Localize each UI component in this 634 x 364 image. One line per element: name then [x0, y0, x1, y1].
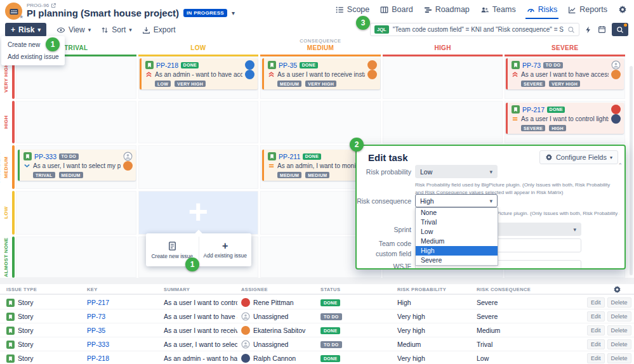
risk-probability-cell: High: [397, 296, 467, 309]
lightning-icon[interactable]: [584, 25, 592, 34]
matrix-cell[interactable]: [16, 237, 136, 278]
plus-icon: +: [222, 242, 228, 250]
risk-card-pp-35[interactable]: PP-35 DONE As a user I want to receive i…: [262, 58, 380, 89]
probability-badge: MEDIUM: [305, 172, 329, 178]
eye-icon: [56, 26, 65, 34]
nav-scope[interactable]: Scope: [336, 5, 369, 14]
jql-search-input[interactable]: [393, 26, 564, 33]
issue-key-link[interactable]: PP-211: [279, 153, 300, 160]
unassigned-avatar-icon: [241, 340, 250, 349]
matrix-cell[interactable]: [383, 56, 503, 99]
risk-card-pp-73[interactable]: PP-73 TO DO As a user I want to have acc…: [506, 58, 624, 89]
card-summary: As a user I want to control lights from …: [521, 115, 609, 122]
table-row[interactable]: Story PP-35 As a user I want to receive …: [0, 323, 634, 337]
option-medium[interactable]: Medium: [416, 237, 498, 246]
add-issue-plus-icon: +: [188, 198, 209, 225]
delete-button[interactable]: Delete: [607, 311, 631, 322]
run-search-button[interactable]: [612, 23, 628, 36]
favorite-star-icon[interactable]: ★: [19, 14, 23, 20]
configure-fields-label: Configure Fields: [556, 153, 607, 161]
menu-item-add-existing[interactable]: Add existing issue: [1, 51, 65, 63]
status-badge: DONE: [320, 299, 340, 306]
matrix-cell[interactable]: [16, 101, 136, 143]
scroll-up-caret-icon[interactable]: ⌃: [617, 162, 623, 169]
edit-button[interactable]: Edit: [587, 311, 605, 322]
sort-button[interactable]: Sort ▾: [101, 25, 132, 34]
nav-teams[interactable]: Teams: [480, 5, 516, 14]
unassigned-avatar-icon: [611, 60, 621, 70]
issue-type: Story: [18, 327, 34, 334]
add-risk-button[interactable]: + Risk ▾: [5, 23, 46, 37]
option-severe[interactable]: Severe: [416, 256, 498, 265]
matrix-cell[interactable]: [16, 191, 136, 235]
edit-button[interactable]: Edit: [587, 353, 605, 363]
unassigned-avatar-icon: [123, 152, 133, 161]
risk-consequence-select[interactable]: High ▾: [415, 194, 498, 207]
delete-button[interactable]: Delete: [607, 297, 631, 308]
chevron-down-icon[interactable]: ▾: [232, 10, 235, 16]
delete-button[interactable]: Delete: [607, 325, 631, 335]
nav-board[interactable]: Board: [380, 5, 413, 14]
issue-key-link[interactable]: PP-35: [279, 62, 297, 69]
risk-card-pp-333[interactable]: PP-333 TO DO As a user, I want to select…: [18, 150, 136, 181]
risk-card-pp-218[interactable]: PP-218 DONE As an admin - want to have a…: [140, 58, 258, 89]
issue-key-link[interactable]: PP-218: [156, 62, 178, 69]
issue-type: Story: [18, 354, 34, 362]
delete-button[interactable]: Delete: [607, 353, 631, 363]
status-badge: DONE: [320, 355, 340, 362]
matrix-cell-hovered[interactable]: +: [138, 191, 259, 235]
table-settings-gear-icon[interactable]: [613, 285, 621, 294]
issue-key-link[interactable]: PP-333: [34, 153, 56, 160]
edit-button[interactable]: Edit: [587, 297, 605, 308]
edit-button[interactable]: Edit: [587, 339, 605, 349]
issue-key-link[interactable]: PP-218: [87, 351, 147, 364]
avatar: [611, 114, 621, 124]
issue-key-link[interactable]: PP-217: [87, 296, 147, 309]
calendar-icon[interactable]: [598, 25, 606, 34]
jql-search-bar[interactable]: JQL: [370, 23, 579, 36]
export-button[interactable]: Export: [142, 25, 176, 34]
settings-gear-button[interactable]: [618, 5, 627, 14]
col-summary: SUMMARY: [164, 287, 190, 292]
issue-key-link[interactable]: PP-217: [522, 106, 545, 114]
consequence-axis-label: CONSEQUENCE: [16, 38, 625, 44]
table-row[interactable]: Story PP-73 As a user I want to have acc…: [0, 309, 634, 323]
view-button[interactable]: View ▾: [56, 25, 91, 34]
option-trival[interactable]: Trival: [416, 218, 498, 227]
risk-probability-select[interactable]: Low ▾: [415, 165, 498, 178]
edit-button[interactable]: Edit: [587, 325, 605, 335]
scrollbar[interactable]: [630, 66, 633, 275]
nav-reports[interactable]: Reports: [568, 5, 607, 14]
issue-key-link[interactable]: PP-35: [87, 323, 147, 337]
plus-icon: +: [11, 25, 15, 34]
configure-fields-button[interactable]: Configure Fields ▾: [539, 150, 618, 164]
risk-consequence-cell: Severe: [477, 296, 546, 309]
matrix-cell[interactable]: [138, 101, 259, 143]
table-row[interactable]: Story PP-217 As a user I want to control…: [0, 296, 634, 309]
matrix-cell[interactable]: [383, 101, 503, 143]
issue-type: Story: [18, 299, 34, 306]
add-existing-issue-button[interactable]: + Add existing issue: [199, 233, 252, 266]
search-icon: [616, 26, 624, 34]
nav-risks[interactable]: Risks: [527, 5, 558, 14]
issue-key-link[interactable]: PP-333: [87, 337, 147, 351]
top-nav: Scope Board Roadmap Teams Risks Reports: [336, 5, 627, 14]
matrix-cell[interactable]: [138, 145, 259, 189]
nav-roadmap[interactable]: Roadmap: [424, 5, 470, 14]
option-high-selected[interactable]: High: [416, 246, 498, 256]
risk-card-pp-217[interactable]: PP-217 DONE As a user I want to control …: [506, 103, 624, 134]
story-icon: [6, 299, 15, 307]
row-bar-medium: [12, 145, 15, 189]
option-low[interactable]: Low: [416, 227, 498, 237]
matrix-cell[interactable]: [260, 101, 381, 143]
table-row[interactable]: Story PP-333 As a user, I want to select…: [0, 337, 634, 351]
risk-consequence-cell: Medium: [477, 323, 546, 337]
table-row[interactable]: Story PP-218 As an admin - want to have …: [0, 351, 634, 364]
issue-key-link[interactable]: PP-73: [87, 309, 147, 323]
chevron-down-icon: ▾: [489, 169, 492, 175]
view-label: View: [69, 25, 85, 34]
issue-key-link[interactable]: PP-73: [522, 62, 541, 69]
option-none[interactable]: None: [416, 208, 498, 218]
delete-button[interactable]: Delete: [607, 339, 631, 349]
risk-consequence-label: Risk consequence: [357, 197, 411, 205]
